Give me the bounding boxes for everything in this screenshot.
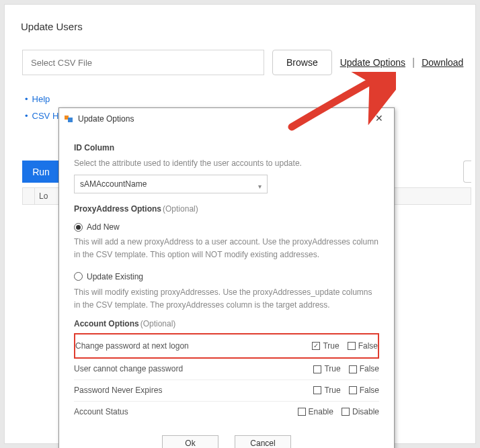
account-row-never-expires: Password Never Expires True False [74,380,379,402]
highlighted-row: Change password at next logon True False [74,333,379,359]
dialog-footer: Ok Cancel [59,427,394,448]
checkbox-false[interactable]: False [349,363,379,375]
row-label: Change password at next logon [75,340,312,353]
id-column-heading: ID Column [74,142,379,154]
checkbox-enable[interactable]: Enable [298,406,333,418]
id-column-desc: Select the attribute used to identify th… [74,157,379,170]
account-row-cannot-change: User cannot change password True False [74,359,379,380]
id-column-select-value: sAMAccountName [80,178,147,191]
row-label: User cannot change password [74,363,313,375]
truncated-button[interactable] [463,161,471,183]
row-label: Password Never Expires [74,384,313,397]
add-new-desc: This will add a new proxyAddress to a us… [74,236,379,261]
update-options-dialog: Update Options ✕ ID Column Select the at… [58,107,395,448]
account-row-status: Account Status Enable Disable [74,402,379,422]
download-link[interactable]: Download [422,57,463,68]
checkbox-true[interactable]: True [313,384,340,397]
checkbox-true[interactable]: True [313,363,340,375]
help-link[interactable]: •Help [25,91,475,108]
account-row-change-password: Change password at next logon True False [75,336,378,357]
radio-icon [74,272,83,281]
csv-file-input[interactable] [22,50,264,75]
dialog-titlebar: Update Options ✕ [59,108,394,131]
checkbox-true[interactable]: True [312,340,339,353]
svg-rect-1 [68,118,73,122]
radio-update-existing[interactable]: Update Existing [74,271,143,283]
close-icon[interactable]: ✕ [370,112,389,126]
run-button[interactable]: Run [22,161,60,183]
checkbox-false[interactable]: False [348,340,378,353]
toolbar: Browse Update Options | Download [5,43,475,75]
main-panel: Update Users Browse Update Options | Dow… [4,4,476,444]
cancel-button[interactable]: Cancel [235,435,291,448]
checkbox-disable[interactable]: Disable [342,406,379,418]
radio-add-new[interactable]: Add New [74,221,120,234]
radio-update-existing-label: Update Existing [87,271,143,283]
help-link-label: Help [32,94,50,104]
chevron-down-icon: ▾ [258,181,262,192]
update-existing-desc: This will modify existing proxyAddresses… [74,286,379,311]
radio-add-new-label: Add New [87,221,120,234]
proxy-heading: ProxyAddress Options(Optional) [74,203,379,216]
checkbox-false[interactable]: False [349,384,379,397]
ok-button[interactable]: Ok [162,435,218,448]
update-options-link[interactable]: Update Options [340,57,405,68]
table-column-header: Lo [35,191,48,201]
dialog-body: ID Column Select the attribute used to i… [59,131,394,427]
radio-icon [74,223,83,232]
page-title: Update Users [5,5,475,43]
dialog-title: Update Options [78,114,370,124]
browse-button[interactable]: Browse [272,50,332,75]
app-icon [65,114,74,124]
row-label: Account Status [74,406,298,418]
separator: | [412,56,415,69]
id-column-select[interactable]: sAMAccountName ▾ [74,175,268,193]
account-options-heading: Account Options(Optional) [74,318,379,330]
csv-help-label: CSV H [32,111,59,121]
